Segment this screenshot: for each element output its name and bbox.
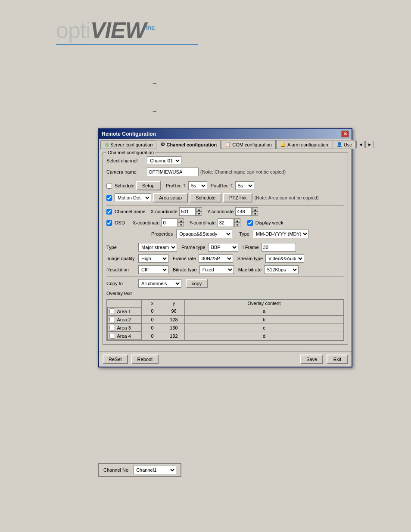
col-y: y [163,300,185,307]
prerec-label: PreRec T. [166,183,187,188]
channel-name-checkbox[interactable] [106,209,112,215]
ptz-link-button[interactable]: PTZ link [223,193,252,202]
channel-config-group-title: Channel configuration [106,150,155,155]
reboot-button[interactable]: Reboot [131,355,159,364]
dash1: _ [153,77,156,84]
resolution-select[interactable]: CIF2CIF4CIFD1 [138,265,168,274]
select-channel-dropdown[interactable]: Channel01 Channel02 Channel03 Channel04 [147,156,181,165]
exit-button[interactable]: Exit [327,355,348,364]
table-row: Area 20128b [107,315,344,324]
area-note: (Note: Area can not be copied) [254,195,318,200]
area-label-4: Area 4 [117,333,131,339]
frame-type-label: Frame type [181,245,206,250]
type-select[interactable]: MM-DD-YYYY (MDY) DD-MM-YYYY (DMY) YYYY-M… [253,230,309,238]
area-content-4: d [185,332,344,340]
table-row: Area 30160c [107,324,344,332]
overlay-text-title: Overlay text [106,291,344,297]
area-setup-button[interactable]: Area setup [153,193,188,202]
remote-config-dialog: Remote Configuration ✕ 🖥 Server configur… [98,128,352,367]
area-checkbox-2[interactable] [109,317,115,322]
y-coord-input[interactable] [235,207,252,216]
osd-y-coord-label: Y-coordinate [189,220,215,225]
dialog-body: Channel configuration Select channel Cha… [99,149,352,352]
motion-det-checkbox[interactable] [106,195,112,201]
schedule-button[interactable]: Schedule [190,193,221,202]
channel-bar-select[interactable]: Channel1Channel2Channel3Channel4 [133,466,176,474]
stream-type-select[interactable]: Major streamMinor stream [138,243,177,252]
dialog-close-button[interactable]: ✕ [341,131,349,137]
osd-x-coord-spin: ▲ ▼ [161,218,184,227]
dialog-footer: ReSet Reboot Save Exit [99,352,352,367]
postrec-select[interactable]: 5s10s15s [235,181,254,190]
logo-opti: opti [56,18,90,43]
area-label-3: Area 3 [117,325,131,330]
motion-det-select[interactable]: Motion Det.SensorNo alarm [115,193,151,202]
i-frame-input[interactable] [262,243,296,252]
frame-type-select[interactable]: BBPBPIBBBP [208,243,238,252]
tab-use[interactable]: 👤 Use [333,140,356,149]
tab-channel-configuration[interactable]: ⚙ Channel configuration [157,140,221,149]
tab-arrow-left[interactable]: ◄ [356,141,365,148]
display-week-checkbox[interactable] [247,220,253,226]
osd-checkbox[interactable] [106,220,112,226]
area-x-3: 0 [142,324,163,332]
postrec-label: PostRec T. [211,183,234,188]
copy-to-select[interactable]: All channelsChannel01Channel02 [138,279,181,288]
tab-arrow-right[interactable]: ► [365,141,374,148]
area-checkbox-1[interactable] [109,308,115,314]
schedule-checkbox[interactable] [106,183,112,189]
osd-x-coord-label: X-coordinate [133,220,159,225]
motion-det-row: Motion Det.SensorNo alarm Area setup Sch… [106,193,344,202]
type-label: Type [239,231,249,236]
frame-rate-select[interactable]: 30N/25P25N/25P15N/15P [199,254,233,263]
col-content: Overlay content [185,300,344,307]
reset-button[interactable]: ReSet [103,355,128,364]
area-content-1: a [185,307,344,316]
area-y-3: 160 [163,324,185,332]
osd-x-coord-input[interactable] [161,218,177,227]
logo-view: VIEW [90,18,146,43]
type-frame-row: Type Major streamMinor stream Frame type… [106,243,344,252]
osd-y-up[interactable]: ▲ [234,218,240,223]
camera-name-row: Camera name (Note: Channel name can not … [106,168,344,176]
setup-button[interactable]: Setup [136,181,161,190]
stream-type2-select[interactable]: Video&&AudioVideoAudio [265,254,304,263]
y-coord-up[interactable]: ▲ [252,207,258,212]
camera-name-input[interactable] [147,168,199,176]
area-checkbox-3[interactable] [109,325,115,330]
osd-x-up[interactable]: ▲ [178,218,184,223]
prerec-select[interactable]: 5s10s15s [188,181,207,190]
x-coord-input[interactable] [179,207,196,216]
tab-com-configuration[interactable]: 📋 COM configuration [221,140,276,149]
server-config-icon: 🖥 [104,142,109,147]
tab-alarm-configuration[interactable]: 🔔 Alarm configuration [276,140,332,149]
frame-rate-label: Frame rate [173,256,196,261]
osd-y-coord-input[interactable] [218,218,234,227]
x-coord-up[interactable]: ▲ [196,207,202,212]
x-coord-down[interactable]: ▼ [196,212,202,216]
area-checkbox-4[interactable] [109,333,115,339]
tab-server-configuration[interactable]: 🖥 Server configuration [100,140,156,149]
osd-y-down[interactable]: ▼ [234,223,240,227]
y-coord-down[interactable]: ▼ [252,212,258,216]
copy-button[interactable]: copy [186,279,208,288]
type-stream-label: Type [106,245,137,250]
max-bitrate-select[interactable]: 512Kbps1Mbps2Mbps [264,265,299,274]
table-row: Area 1096a [107,307,344,316]
x-coord-spin: ▲ ▼ [179,207,202,216]
resolution-row: Resolution CIF2CIF4CIFD1 Bitrate type Fi… [106,265,344,274]
bitrate-type-select[interactable]: FixedVariable [199,265,234,274]
image-quality-row: Image quality LowMiddleHigh Frame rate 3… [106,254,344,263]
bitrate-type-label: Bitrate type [173,267,197,272]
copy-to-label: Copy to [106,281,137,286]
resolution-label: Resolution [106,267,137,272]
image-quality-label: Image quality [106,256,137,261]
osd-x-down[interactable]: ▼ [178,223,184,227]
use-icon: 👤 [336,142,342,147]
save-button[interactable]: Save [300,355,323,364]
select-channel-label: Select channel [106,158,145,163]
properties-select[interactable]: Opaque&&Steady Transparent&&Steady Opaqu… [176,230,232,238]
area-label-1: Area 1 [117,309,131,314]
image-quality-select[interactable]: LowMiddleHigh [138,254,168,263]
logo-inc: inc [146,24,155,31]
